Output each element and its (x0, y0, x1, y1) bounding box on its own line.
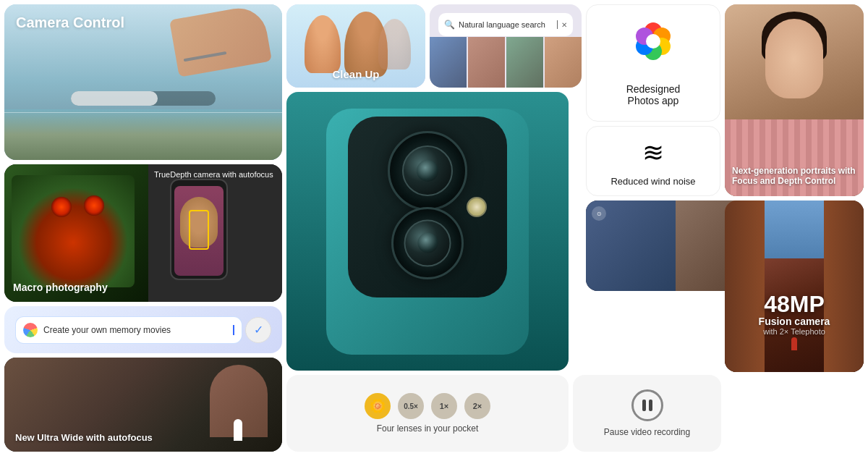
ultrawide-label: New Ultra Wide with autofocus (15, 432, 153, 443)
canyon-wall-right (824, 200, 864, 372)
lens-inner-2 (404, 219, 451, 266)
cleanup-label: Clean Up (332, 68, 379, 80)
pause-icon (642, 400, 652, 411)
camera-control-label: Camera Control (16, 14, 124, 31)
pause-button[interactable] (631, 389, 663, 421)
lens-core-1 (417, 160, 438, 182)
canyon-person (791, 337, 797, 350)
lenses-content: 🌼 0.5× 1× 2× Four lenses in your pocket (286, 375, 569, 452)
48mp-number: 48MP (725, 292, 864, 316)
photo-1 (430, 37, 467, 88)
visionpro-ui: ⊙ (592, 206, 606, 221)
memory-confirm-button[interactable]: ✓ (245, 317, 271, 343)
clear-search-button[interactable]: ✕ (561, 21, 567, 29)
portrait-tile: Next-generation portraits with Focus and… (725, 4, 864, 196)
truedepth-label: TrueDepth camera with autofocus (154, 170, 273, 179)
search-text: Natural language search (459, 20, 558, 29)
lens-badges-row: 🌼 0.5× 1× 2× (365, 393, 490, 419)
1x-badge: 1× (431, 393, 457, 419)
pause-content: Pause video recording (573, 375, 721, 452)
face-detection (180, 197, 218, 248)
focus-box (189, 210, 209, 250)
canyon-sky (765, 200, 824, 258)
redesigned-photos-tile: Redesigned Photos app (586, 4, 720, 122)
wind-noise-tile: ≋ Reduced wind noise (586, 126, 720, 196)
photos-row (430, 37, 582, 88)
redesigned-photos-label: Redesigned Photos app (626, 83, 681, 106)
cleanup-tile: Clean Up (286, 4, 425, 88)
05x-badge: 0.5× (398, 393, 424, 419)
phone-body (326, 109, 529, 355)
48mp-tile: 48MP Fusion camera with 2× Telephoto (725, 200, 864, 372)
center-camera-tile (286, 92, 569, 371)
macro-label: Macro photography (13, 282, 108, 293)
figure-ghost (378, 19, 411, 69)
photo-2 (468, 37, 505, 88)
memory-search-bar: Create your own memory movies (15, 316, 242, 344)
truedepth-section: TrueDepth camera with autofocus (148, 164, 282, 302)
photo-3 (506, 37, 543, 88)
photos-app-icon (631, 20, 675, 63)
landscape-image (4, 109, 282, 160)
ultrawide-tile: New Ultra Wide with autofocus (4, 358, 282, 452)
pause-bar-left (642, 400, 646, 411)
canyon-wall-left (725, 200, 765, 372)
text-cursor (233, 325, 234, 335)
2x-badge: 2× (464, 393, 490, 419)
lens-core-2 (417, 233, 438, 253)
truedepth-phone (170, 179, 228, 280)
wind-noise-label: Reduced wind noise (610, 176, 695, 187)
memory-text: Create your own memory movies (43, 325, 227, 335)
photo-4 (545, 37, 582, 88)
photos-petals (631, 20, 675, 63)
camera-module (348, 117, 507, 297)
search-bar[interactable]: 🔍 Natural language search ✕ (438, 13, 573, 36)
telephoto-label: with 2× Telephoto (725, 327, 864, 336)
memory-movies-tile: Create your own memory movies ✓ (4, 306, 282, 353)
camera-hand-image (169, 4, 272, 77)
portrait-label: Next-generation portraits with Focus and… (732, 166, 856, 186)
canyon-scene (725, 200, 864, 372)
phone-screen (174, 186, 224, 276)
pause-video-tile: Pause video recording (573, 375, 721, 452)
wind-icon: ≋ (642, 138, 664, 168)
macro-badge: 🌼 (365, 393, 391, 419)
search-icon: 🔍 (444, 20, 455, 30)
lens-inner-1 (402, 145, 453, 196)
macro-truedepth-tile: Macro photography TrueDepth camera with … (4, 164, 282, 302)
camera-control-tile: Camera Control (4, 4, 282, 160)
siri-icon (23, 323, 38, 337)
natural-language-tile: 🔍 Natural language search ✕ (430, 4, 582, 88)
ultrawide-person (234, 419, 242, 441)
redesigned-line2: Photos app (628, 95, 679, 106)
main-container: Camera Control Macro photography TrueDep… (0, 0, 868, 456)
frog-eye-right (84, 195, 104, 216)
48mp-background (725, 200, 864, 372)
frog-image (12, 175, 135, 287)
fusion-camera-label: Fusion camera (725, 316, 864, 327)
camera-flash (467, 197, 487, 217)
48mp-label: 48MP Fusion camera with 2× Telephoto (725, 292, 864, 336)
four-lenses-label: Four lenses in your pocket (377, 423, 479, 434)
secondary-lens (391, 207, 464, 279)
petal-center (646, 34, 660, 48)
camera-control-bar (71, 91, 216, 106)
horizon-line (4, 112, 282, 113)
frog-eye-left (51, 197, 72, 217)
four-lenses-tile: 🌼 0.5× 1× 2× Four lenses in your pocket (286, 375, 569, 452)
figure-1 (305, 15, 341, 73)
portrait-face (765, 19, 823, 98)
redesigned-line1: Redesigned (626, 83, 681, 95)
main-lens (388, 131, 467, 211)
pause-bar-right (649, 400, 652, 411)
pause-label: Pause video recording (604, 427, 690, 437)
